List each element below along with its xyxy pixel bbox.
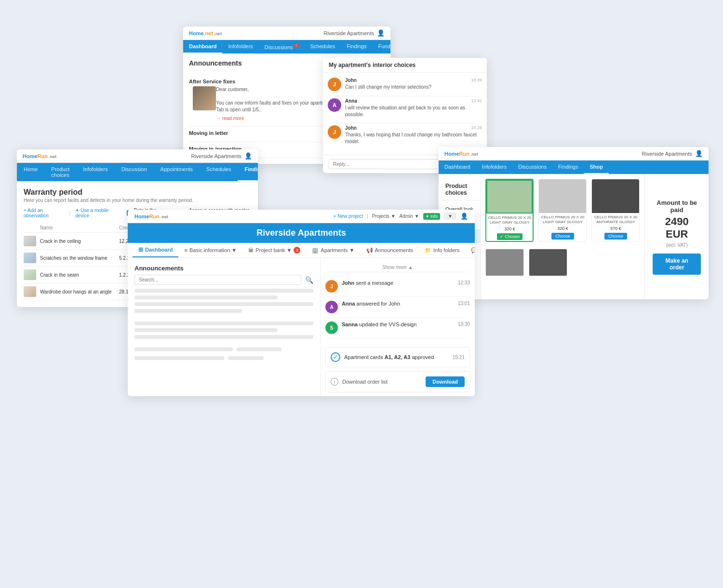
john-avatar: J [328,78,341,91]
subnav-info-folders[interactable]: 📁 Info folders [419,244,465,257]
product-image [592,179,639,213]
shop-card: HomeRun.net Riverside Apartments 👤 Dashb… [439,147,709,299]
product-price: 570 € [592,226,639,231]
subnav-announcements[interactable]: 📢 Announcements [361,244,419,257]
project-bank-badge: 3 [294,247,300,254]
findings-project: Riverside Apartments [191,153,241,159]
admin-btn[interactable]: Admin ▼ [400,214,419,219]
dash-nav-dashboard[interactable]: Dashboard [183,40,222,53]
make-order-button[interactable]: Make an order [653,254,701,275]
admin-card: HomeRun.net + New project | Projects ▼ A… [128,210,475,396]
activity-item: S Sanna updated the VVS-design 13:30 [325,318,470,338]
search-icon: 🔍 [305,276,313,284]
message-time: 13:41 [471,98,482,104]
findings-nav-appointments[interactable]: Appointments [154,163,200,181]
ann-title: Moving in letter [189,130,228,136]
activity-time: 13:01 [458,301,470,306]
shop-nav-infofolders[interactable]: Infofolders [476,160,512,174]
bank-icon: 🏛 [248,247,254,253]
shop-nav-dashboard[interactable]: Dashboard [439,160,476,174]
finding-thumbnail [24,269,36,280]
subnav-dashboard[interactable]: ⊞ Dashboard [133,243,178,257]
admin-search-input[interactable] [134,275,301,285]
admin-topbar: HomeRun.net + New project | Projects ▼ A… [128,210,475,223]
mobile-device-btn[interactable]: ✦ Use a mobile device [75,208,119,218]
dash-nav-discussions[interactable]: Discussions! [259,40,305,53]
shop-nav-findings[interactable]: Findings [552,160,584,174]
anna-avatar: A [325,301,338,313]
findings-nav-discussion[interactable]: Discussion [115,163,154,181]
product-card[interactable]: CELLO PRIMUS 20 X 20LIGHT GRAY GLOSSY 32… [538,179,587,242]
shop-nav-shop[interactable]: Shop [584,160,609,174]
findings-title: Warranty period [24,188,251,197]
download-button[interactable]: Download [426,376,465,387]
dashboard-icon: ⊞ [138,246,143,253]
findings-subtitle: Here you can report faults and defects i… [24,198,251,203]
folder-icon: 📁 [425,247,431,254]
admin-top-right: + New project | Projects ▼ Admin ▼ ✦ Inf… [334,213,468,220]
col-name: Name [40,225,117,230]
projects-btn[interactable]: Projects ▼ [372,214,396,219]
dash-nav-infofolders[interactable]: Infofolders [222,40,258,53]
dash-nav-funding[interactable]: Funding [373,40,390,53]
chat-title: My apartment's interior choices [323,58,487,73]
info-badge: ✦ Info [423,213,441,220]
finding-thumbnail [24,253,36,263]
admin-subnav: ⊞ Dashboard ≡ Basic information ▼ 🏛 Proj… [128,243,475,258]
subnav-discussions[interactable]: 💬 Discussions ! [465,243,475,257]
shop-nav-discussions[interactable]: Discussions [512,160,552,174]
product-price: 320 € [539,226,586,231]
approved-time: 15:21 [453,355,465,360]
findings-nav-info[interactable]: Infofolders [76,163,114,181]
product-price: 320 € [486,227,533,231]
choose-button[interactable]: Choose [551,233,574,240]
chat-messages: J John 10:39 Can I still change my inter… [323,73,487,155]
activity-content: Sanna updated the VVS-design 13:30 [342,321,470,327]
shop-topbar: HomeRun.net Riverside Apartments 👤 [439,147,709,160]
dash-nav-schedules[interactable]: Schedules [305,40,341,53]
product-card-small[interactable] [529,249,567,276]
product-card[interactable]: CELLO PRIMUS 20 X 20ANTHRAITE GLOSSY 570… [591,179,640,242]
subnav-apartments[interactable]: 🏢 Apartments ▼ [306,244,360,257]
chat-divider [334,123,476,123]
findings-nav-findings[interactable]: Findings [238,163,258,181]
shop-logo: HomeRun.net [444,151,478,157]
show-more-btn[interactable]: Show more ▲ [325,263,470,272]
placeholder-line [134,321,313,325]
user-icon: 👤 [244,152,252,160]
product-label: CELLO PRIMUS 20 X 20LIGHT GRAY GLOSSY [539,213,586,226]
subnav-project-bank[interactable]: 🏛 Project bank ▼ 3 [242,243,306,257]
dash-nav-findings[interactable]: Findings [341,40,373,53]
user-icon: 👤 [460,213,468,220]
subnav-basic-info[interactable]: ≡ Basic information ▼ [178,244,242,256]
choose-button[interactable]: Choose [604,233,627,240]
product-image [486,180,533,214]
findings-nav: Home Product choices Infofolders Discuss… [17,163,258,181]
ann-title: After Service fixes [189,79,235,84]
message-content: John 15:26 Thanks, I was hoping that I c… [345,125,482,145]
activity-time: 12:33 [458,280,470,285]
shop-project: Riverside Apartments [642,151,692,157]
new-project-btn[interactable]: + New project [334,214,363,219]
admin-right-panel: Show more ▲ J John sent a message 12:33 … [321,258,475,396]
sender-name: John [345,78,357,83]
activity-title: Anna answered for John [342,301,400,307]
add-observation-btn[interactable]: + Add an observation [24,208,65,218]
findings-nav-home[interactable]: Home [17,163,44,181]
finding-name: Scratches on the window frame [40,255,117,261]
message-time: 15:26 [471,125,482,131]
announcements-title: Announcements [189,59,242,67]
findings-nav-schedules[interactable]: Schedules [200,163,238,181]
admin-user-menu[interactable]: ▼ [444,213,456,220]
findings-nav-product[interactable]: Product choices [44,163,76,181]
message-text: Can I still change my interior selection… [345,84,482,91]
placeholder-line [134,356,224,360]
sender-name: John [345,125,357,131]
activity-content: John sent a message 12:33 [342,280,470,286]
finding-thumbnail [24,286,36,297]
amount-vat: (incl. VAT) [666,242,688,248]
sidebar-title: Product choices [439,179,480,200]
findings-logo: HomeRun.net [23,153,56,159]
product-card-chosen[interactable]: CELLO PRIMUS 20 X 20LIGHT GRAY GLOSSY 32… [485,179,534,242]
product-card-small[interactable] [485,249,524,276]
